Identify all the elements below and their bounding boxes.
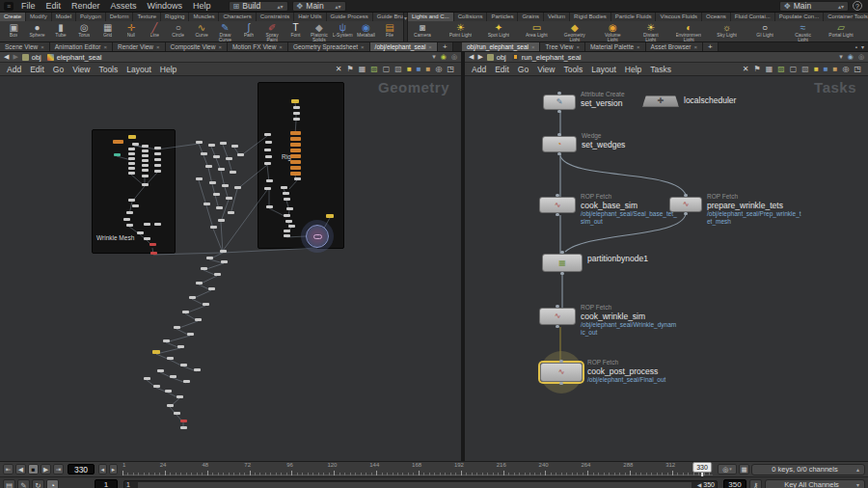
geometry-node[interactable] bbox=[266, 179, 273, 182]
geometry-node[interactable] bbox=[208, 287, 215, 290]
geometry-node[interactable] bbox=[165, 390, 172, 393]
shelf-tool-tube[interactable]: ▮Tube bbox=[49, 22, 72, 38]
go-start-button[interactable]: ⇤ bbox=[3, 464, 14, 474]
geometry-node[interactable] bbox=[196, 177, 203, 180]
shelf-tool-sky-light[interactable]: ☼Sky Light bbox=[715, 22, 740, 38]
geometry-node[interactable] bbox=[284, 198, 290, 201]
geometry-node[interactable] bbox=[264, 187, 271, 190]
geometry-node[interactable] bbox=[183, 380, 190, 383]
geometry-node[interactable] bbox=[170, 375, 176, 378]
current-frame-field[interactable]: 330 bbox=[68, 464, 95, 474]
geometry-node[interactable] bbox=[293, 118, 300, 121]
geometry-node[interactable] bbox=[174, 412, 180, 415]
geometry-node[interactable] bbox=[283, 192, 289, 195]
top-node-partitionbynode1[interactable]: ▦ bbox=[542, 254, 583, 272]
stepper-icon[interactable]: ▴▾ bbox=[336, 3, 341, 10]
geometry-node[interactable] bbox=[142, 149, 149, 152]
tree-view-icon[interactable]: ⚑ bbox=[347, 65, 354, 74]
netmenu-view[interactable]: View bbox=[537, 65, 555, 74]
geometry-node[interactable] bbox=[137, 231, 144, 234]
input-connector[interactable] bbox=[559, 360, 563, 363]
output-connector[interactable] bbox=[560, 272, 564, 275]
geometry-node[interactable] bbox=[144, 377, 150, 380]
shelf-tab-muscles[interactable]: Muscles bbox=[189, 13, 219, 21]
close-icon[interactable]: × bbox=[531, 44, 535, 50]
geometry-node[interactable] bbox=[265, 155, 272, 158]
geometry-node[interactable] bbox=[209, 181, 216, 184]
shelf-tool-caustic-light[interactable]: ≈Caustic Light bbox=[791, 22, 816, 41]
shelf-tool-sphere[interactable]: ●Sphere bbox=[25, 22, 48, 38]
forward-icon[interactable]: ▶ bbox=[477, 53, 482, 61]
geometry-node[interactable] bbox=[194, 368, 201, 371]
shelf-tool-font[interactable]: TFont bbox=[284, 22, 307, 38]
geometry-node[interactable] bbox=[128, 167, 135, 170]
geometry-node[interactable] bbox=[220, 250, 227, 253]
display-options-icon[interactable]: ▦ bbox=[359, 65, 366, 74]
geometry-node[interactable] bbox=[128, 152, 135, 155]
top-node-cook_wrinkle_sim[interactable]: ∿ bbox=[539, 308, 576, 325]
shelf-tab-modify[interactable]: Modify bbox=[26, 13, 52, 21]
display-options-icon[interactable]: ▦ bbox=[766, 65, 773, 74]
close-icon[interactable]: × bbox=[637, 44, 640, 50]
geometry-node[interactable] bbox=[144, 223, 150, 226]
shelf-tab-deform[interactable]: Deform bbox=[106, 13, 134, 21]
geometry-node[interactable] bbox=[157, 369, 164, 372]
output-connector[interactable] bbox=[557, 152, 561, 155]
edit-keys-icon[interactable]: ✎ bbox=[17, 479, 30, 488]
shelf-tool-curve[interactable]: ∿Curve bbox=[190, 22, 213, 38]
grid-snap-icon[interactable]: ▢ bbox=[383, 65, 391, 74]
shelf-tab-particles[interactable]: Particles bbox=[487, 13, 518, 21]
geometry-node[interactable] bbox=[221, 260, 228, 263]
shelf-tool-portal-light[interactable]: ▱Portal Light bbox=[828, 22, 854, 38]
geometry-node[interactable] bbox=[149, 243, 156, 246]
tree-view-icon[interactable]: ⚑ bbox=[754, 65, 761, 74]
zoom-icon[interactable]: ◎ bbox=[435, 65, 442, 74]
geometry-node[interactable] bbox=[326, 214, 334, 218]
pane-tab-asset-browser[interactable]: Asset Browser× bbox=[646, 42, 703, 51]
pane-tab-motion-fx-view[interactable]: Motion FX View× bbox=[228, 42, 288, 51]
step-back-button[interactable]: ◂ bbox=[98, 464, 107, 474]
geometry-node[interactable] bbox=[142, 183, 149, 186]
geometry-node[interactable] bbox=[286, 207, 293, 210]
menu-render[interactable]: Render bbox=[71, 1, 100, 11]
geometry-node[interactable] bbox=[187, 333, 194, 336]
geometry-node[interactable] bbox=[201, 267, 207, 270]
shelf-tool-camera[interactable]: ◙Camera bbox=[410, 22, 435, 38]
shelf-tool-file[interactable]: ▤File bbox=[378, 22, 401, 38]
back-icon[interactable]: ◀ bbox=[469, 53, 474, 61]
output-connector[interactable] bbox=[556, 213, 559, 216]
geometry-node[interactable] bbox=[154, 164, 161, 167]
shelf-tab-characters[interactable]: Characters bbox=[219, 13, 256, 21]
geometry-node[interactable] bbox=[114, 153, 121, 156]
geometry-node[interactable] bbox=[142, 145, 149, 148]
geometry-node[interactable] bbox=[293, 112, 300, 115]
zoom-icon[interactable]: ◎ bbox=[842, 65, 849, 74]
geometry-node[interactable] bbox=[290, 166, 301, 170]
geometry-node[interactable] bbox=[132, 143, 139, 146]
geometry-node[interactable] bbox=[167, 357, 174, 360]
shelf-tool-box[interactable]: ▣Box bbox=[2, 22, 25, 38]
shelf-tool-circle[interactable]: ○Circle bbox=[167, 22, 190, 38]
geometry-node[interactable] bbox=[264, 133, 271, 136]
close-icon[interactable]: × bbox=[156, 44, 160, 50]
follow-selection-icon[interactable]: ◎ bbox=[858, 53, 864, 61]
geometry-node[interactable] bbox=[154, 147, 161, 149]
netmenu-tasks[interactable]: Tasks bbox=[650, 65, 671, 74]
netmenu-edit[interactable]: Edit bbox=[495, 65, 509, 74]
pane-tab-geometry-spreadsheet[interactable]: Geometry Spreadsheet× bbox=[288, 42, 370, 51]
geometry-node[interactable] bbox=[128, 157, 135, 160]
netmenu-layout[interactable]: Layout bbox=[591, 65, 616, 74]
geometry-node[interactable] bbox=[196, 282, 203, 285]
netmenu-add[interactable]: Add bbox=[7, 65, 21, 74]
shelf-tab-grains[interactable]: Grains bbox=[518, 13, 544, 21]
range-end-handle[interactable]: ◀ 350 bbox=[697, 481, 715, 488]
shelf-tab-constraints[interactable]: Constraints bbox=[257, 13, 294, 21]
geometry-node[interactable] bbox=[180, 426, 187, 429]
pane-menu-icon[interactable]: ▾ bbox=[861, 43, 864, 50]
pane-tab-render-view[interactable]: Render View× bbox=[113, 42, 166, 51]
pane-tab--obj-elephant-seal[interactable]: /obj/elephant_seal× bbox=[370, 42, 438, 51]
realtime-toggle-icon[interactable]: ◔ bbox=[46, 479, 59, 488]
sticky-note-icon[interactable]: ■ bbox=[814, 65, 819, 74]
forward-icon[interactable]: ▶ bbox=[13, 53, 17, 61]
close-icon[interactable]: × bbox=[41, 44, 44, 50]
